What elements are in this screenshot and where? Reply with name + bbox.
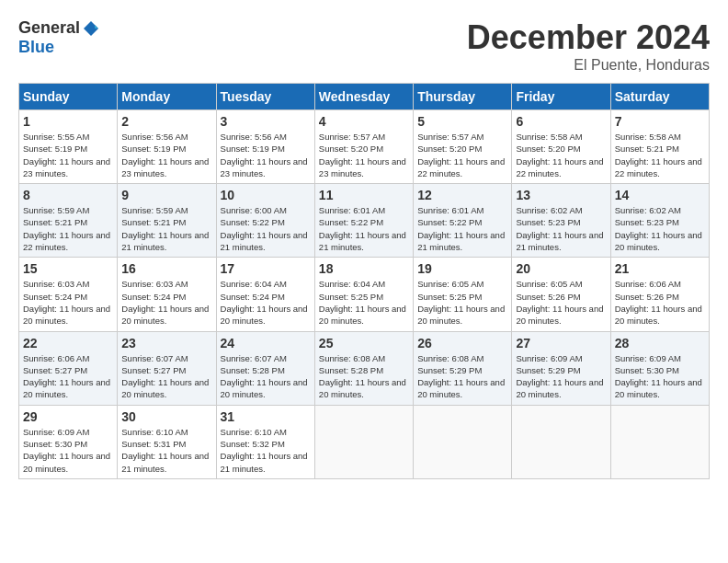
day-info: Sunrise: 5:55 AMSunset: 5:19 PMDaylight:… — [23, 131, 113, 179]
calendar-cell: 28Sunrise: 6:09 AMSunset: 5:30 PMDayligh… — [610, 331, 709, 405]
calendar-cell: 11Sunrise: 6:01 AMSunset: 5:22 PMDayligh… — [314, 184, 413, 258]
day-info: Sunrise: 6:10 AMSunset: 5:32 PMDaylight:… — [221, 426, 311, 475]
calendar-cell: 4Sunrise: 5:57 AMSunset: 5:20 PMDaylight… — [314, 110, 413, 184]
logo-general-text: General — [18, 18, 80, 38]
calendar-cell: 5Sunrise: 5:57 AMSunset: 5:20 PMDaylight… — [414, 110, 512, 184]
calendar-week-1: 1Sunrise: 5:55 AMSunset: 5:19 PMDaylight… — [19, 110, 710, 184]
day-number: 6 — [516, 114, 606, 129]
logo-icon — [82, 19, 100, 38]
day-info: Sunrise: 6:06 AMSunset: 5:26 PMDaylight:… — [615, 278, 705, 327]
calendar-cell: 30Sunrise: 6:10 AMSunset: 5:31 PMDayligh… — [118, 405, 216, 478]
day-info: Sunrise: 6:09 AMSunset: 5:29 PMDaylight:… — [516, 352, 606, 401]
day-info: Sunrise: 6:06 AMSunset: 5:27 PMDaylight:… — [23, 352, 113, 401]
calendar-table: SundayMondayTuesdayWednesdayThursdayFrid… — [18, 83, 710, 479]
day-number: 11 — [319, 188, 409, 202]
day-info: Sunrise: 6:08 AMSunset: 5:28 PMDaylight:… — [319, 352, 409, 401]
day-number: 21 — [615, 261, 705, 276]
calendar-cell: 22Sunrise: 6:06 AMSunset: 5:27 PMDayligh… — [19, 331, 118, 405]
calendar-cell — [414, 405, 512, 478]
calendar-cell: 1Sunrise: 5:55 AMSunset: 5:19 PMDaylight… — [19, 110, 118, 184]
day-info: Sunrise: 6:05 AMSunset: 5:25 PMDaylight:… — [417, 278, 507, 327]
day-info: Sunrise: 6:01 AMSunset: 5:22 PMDaylight:… — [417, 204, 507, 253]
day-number: 23 — [121, 336, 211, 350]
calendar-cell: 12Sunrise: 6:01 AMSunset: 5:22 PMDayligh… — [414, 184, 512, 258]
day-info: Sunrise: 6:01 AMSunset: 5:22 PMDaylight:… — [319, 204, 409, 253]
calendar-week-2: 8Sunrise: 5:59 AMSunset: 5:21 PMDaylight… — [19, 184, 710, 258]
title-section: December 2024 El Puente, Honduras — [467, 18, 710, 74]
calendar-week-4: 22Sunrise: 6:06 AMSunset: 5:27 PMDayligh… — [19, 331, 710, 405]
day-number: 17 — [221, 261, 311, 276]
calendar-body: 1Sunrise: 5:55 AMSunset: 5:19 PMDaylight… — [19, 110, 710, 479]
calendar-header-saturday: Saturday — [610, 84, 709, 110]
location: El Puente, Honduras — [467, 57, 710, 74]
day-info: Sunrise: 5:59 AMSunset: 5:21 PMDaylight:… — [121, 204, 211, 253]
day-info: Sunrise: 6:07 AMSunset: 5:27 PMDaylight:… — [121, 352, 211, 401]
calendar-cell — [610, 405, 709, 478]
day-number: 14 — [615, 188, 705, 202]
day-number: 26 — [417, 336, 507, 350]
calendar-cell: 10Sunrise: 6:00 AMSunset: 5:22 PMDayligh… — [216, 184, 314, 258]
day-info: Sunrise: 6:08 AMSunset: 5:29 PMDaylight:… — [417, 352, 507, 401]
day-number: 7 — [615, 114, 705, 129]
day-info: Sunrise: 6:10 AMSunset: 5:31 PMDaylight:… — [121, 426, 211, 475]
calendar-cell — [512, 405, 610, 478]
calendar-cell: 26Sunrise: 6:08 AMSunset: 5:29 PMDayligh… — [414, 331, 512, 405]
day-info: Sunrise: 6:09 AMSunset: 5:30 PMDaylight:… — [23, 426, 113, 475]
calendar-header-wednesday: Wednesday — [314, 84, 413, 110]
day-info: Sunrise: 5:58 AMSunset: 5:21 PMDaylight:… — [615, 131, 705, 179]
calendar-header-thursday: Thursday — [414, 84, 512, 110]
day-info: Sunrise: 6:04 AMSunset: 5:24 PMDaylight:… — [221, 278, 311, 327]
day-number: 24 — [221, 336, 311, 350]
logo: General Blue — [18, 18, 100, 57]
day-info: Sunrise: 6:03 AMSunset: 5:24 PMDaylight:… — [23, 278, 113, 327]
day-number: 9 — [121, 188, 211, 202]
day-info: Sunrise: 5:58 AMSunset: 5:20 PMDaylight:… — [516, 131, 606, 179]
calendar-cell — [314, 405, 413, 478]
day-number: 5 — [417, 114, 507, 129]
calendar-cell: 8Sunrise: 5:59 AMSunset: 5:21 PMDaylight… — [19, 184, 118, 258]
day-number: 15 — [23, 261, 113, 276]
day-info: Sunrise: 6:04 AMSunset: 5:25 PMDaylight:… — [319, 278, 409, 327]
day-info: Sunrise: 6:09 AMSunset: 5:30 PMDaylight:… — [615, 352, 705, 401]
day-info: Sunrise: 5:57 AMSunset: 5:20 PMDaylight:… — [417, 131, 507, 179]
day-number: 10 — [221, 188, 311, 202]
day-number: 22 — [23, 336, 113, 350]
day-info: Sunrise: 5:56 AMSunset: 5:19 PMDaylight:… — [221, 131, 311, 179]
month-title: December 2024 — [467, 18, 710, 57]
day-info: Sunrise: 6:02 AMSunset: 5:23 PMDaylight:… — [516, 204, 606, 253]
day-number: 18 — [319, 261, 409, 276]
calendar-cell: 24Sunrise: 6:07 AMSunset: 5:28 PMDayligh… — [216, 331, 314, 405]
logo-blue-text: Blue — [18, 38, 54, 57]
day-number: 13 — [516, 188, 606, 202]
day-number: 31 — [221, 409, 311, 424]
calendar-cell: 15Sunrise: 6:03 AMSunset: 5:24 PMDayligh… — [19, 258, 118, 331]
calendar-cell: 29Sunrise: 6:09 AMSunset: 5:30 PMDayligh… — [19, 405, 118, 478]
day-number: 28 — [615, 336, 705, 350]
day-number: 2 — [121, 114, 211, 129]
calendar-cell: 20Sunrise: 6:05 AMSunset: 5:26 PMDayligh… — [512, 258, 610, 331]
calendar-week-3: 15Sunrise: 6:03 AMSunset: 5:24 PMDayligh… — [19, 258, 710, 331]
day-number: 1 — [23, 114, 113, 129]
calendar-cell: 27Sunrise: 6:09 AMSunset: 5:29 PMDayligh… — [512, 331, 610, 405]
calendar-cell: 25Sunrise: 6:08 AMSunset: 5:28 PMDayligh… — [314, 331, 413, 405]
day-info: Sunrise: 6:03 AMSunset: 5:24 PMDaylight:… — [121, 278, 211, 327]
calendar-cell: 17Sunrise: 6:04 AMSunset: 5:24 PMDayligh… — [216, 258, 314, 331]
day-number: 30 — [121, 409, 211, 424]
day-info: Sunrise: 6:07 AMSunset: 5:28 PMDaylight:… — [221, 352, 311, 401]
day-info: Sunrise: 5:56 AMSunset: 5:19 PMDaylight:… — [121, 131, 211, 179]
calendar-cell: 13Sunrise: 6:02 AMSunset: 5:23 PMDayligh… — [512, 184, 610, 258]
calendar-cell: 14Sunrise: 6:02 AMSunset: 5:23 PMDayligh… — [610, 184, 709, 258]
day-number: 29 — [23, 409, 113, 424]
calendar-header-monday: Monday — [118, 84, 216, 110]
day-info: Sunrise: 5:59 AMSunset: 5:21 PMDaylight:… — [23, 204, 113, 253]
calendar-header-friday: Friday — [512, 84, 610, 110]
day-info: Sunrise: 6:00 AMSunset: 5:22 PMDaylight:… — [221, 204, 311, 253]
calendar-week-5: 29Sunrise: 6:09 AMSunset: 5:30 PMDayligh… — [19, 405, 710, 478]
calendar-cell: 21Sunrise: 6:06 AMSunset: 5:26 PMDayligh… — [610, 258, 709, 331]
calendar-cell: 3Sunrise: 5:56 AMSunset: 5:19 PMDaylight… — [216, 110, 314, 184]
day-info: Sunrise: 6:05 AMSunset: 5:26 PMDaylight:… — [516, 278, 606, 327]
calendar-cell: 31Sunrise: 6:10 AMSunset: 5:32 PMDayligh… — [216, 405, 314, 478]
calendar-cell: 6Sunrise: 5:58 AMSunset: 5:20 PMDaylight… — [512, 110, 610, 184]
day-number: 27 — [516, 336, 606, 350]
day-number: 12 — [417, 188, 507, 202]
